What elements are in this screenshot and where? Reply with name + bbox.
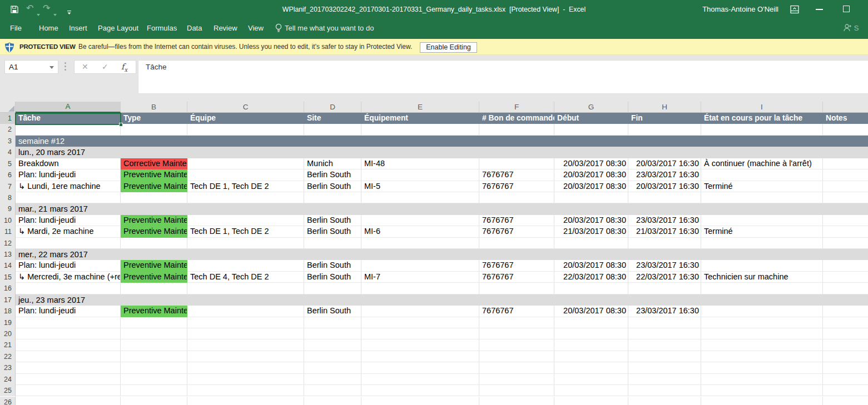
formula-bar-grip[interactable] <box>65 62 66 72</box>
cell-D8[interactable] <box>304 192 361 203</box>
cell-J16[interactable] <box>823 283 868 294</box>
cell-E11[interactable]: MI-6 <box>361 226 479 237</box>
cell-A25[interactable] <box>16 385 121 396</box>
cell-H22[interactable] <box>628 351 701 362</box>
row-header-22[interactable]: 22 <box>0 351 16 362</box>
cell-I23[interactable] <box>701 362 823 373</box>
cell-A14[interactable]: Plan: lundi-jeudi <box>16 260 121 271</box>
cell-I8[interactable] <box>701 192 823 203</box>
cell-C6[interactable] <box>187 169 304 181</box>
cell-I21[interactable] <box>701 339 823 351</box>
cell-E16[interactable] <box>361 283 479 294</box>
cell-F10[interactable]: 7676767 <box>479 215 554 226</box>
cell-H19[interactable] <box>628 317 701 328</box>
column-header-H[interactable]: H <box>628 102 701 113</box>
cell-C20[interactable] <box>187 328 304 339</box>
cell-F1[interactable]: # Bon de commande <box>479 113 554 124</box>
menu-tab-view[interactable]: View <box>248 19 264 38</box>
row-header-16[interactable]: 16 <box>0 283 16 294</box>
cell-G15[interactable]: 22/03/2017 08:30 <box>554 272 628 283</box>
row-header-20[interactable]: 20 <box>0 328 16 339</box>
cell-A26[interactable] <box>16 397 121 405</box>
row-header-4[interactable]: 4 <box>0 147 16 158</box>
menu-tab-insert[interactable]: Insert <box>69 19 87 38</box>
row-header-15[interactable]: 15 <box>0 272 16 283</box>
row-header-13[interactable]: 13 <box>0 249 16 260</box>
menu-tab-formulas[interactable]: Formulas <box>147 19 177 38</box>
menu-tab-page-layout[interactable]: Page Layout <box>98 19 138 38</box>
column-header-E[interactable]: E <box>361 102 479 113</box>
cell-B2[interactable] <box>121 124 187 135</box>
cell-D20[interactable] <box>304 328 361 339</box>
cell-D6[interactable]: Berlin South <box>304 169 361 181</box>
cell-E24[interactable] <box>361 374 479 385</box>
row-header-3[interactable]: 3 <box>0 136 16 147</box>
cell-A24[interactable] <box>16 374 121 385</box>
cell-E21[interactable] <box>361 339 479 351</box>
insert-function-icon[interactable]: fx <box>121 61 127 76</box>
row-header-12[interactable]: 12 <box>0 238 16 249</box>
cell-D12[interactable] <box>304 238 361 249</box>
cell-E1[interactable]: Équipement <box>361 113 479 124</box>
cell-F14[interactable]: 7676767 <box>479 260 554 271</box>
cell-I25[interactable] <box>701 385 823 396</box>
row-header-2[interactable]: 2 <box>0 124 16 135</box>
fill-handle[interactable] <box>119 123 123 127</box>
cell-H16[interactable] <box>628 283 701 294</box>
cell-H15[interactable]: 22/03/2017 16:30 <box>628 272 701 283</box>
cell-C7[interactable]: Tech DE 1, Tech DE 2 <box>187 181 304 192</box>
band-row-17-label[interactable]: jeu., 23 mars 2017 <box>16 294 868 306</box>
cell-H7[interactable]: 20/03/2017 16:30 <box>628 181 701 192</box>
cell-F6[interactable]: 7676767 <box>479 169 554 181</box>
tell-me-box[interactable]: Tell me what you want to do <box>285 19 374 38</box>
cell-D10[interactable]: Berlin South <box>304 215 361 226</box>
cell-J10[interactable] <box>823 215 868 226</box>
cell-F7[interactable]: 7676767 <box>479 181 554 192</box>
cell-J2[interactable] <box>823 124 868 135</box>
cell-H12[interactable] <box>628 238 701 249</box>
cell-J19[interactable] <box>823 317 868 328</box>
cell-E7[interactable]: MI-5 <box>361 181 479 192</box>
cell-A23[interactable] <box>16 362 121 373</box>
cell-C18[interactable] <box>187 306 304 317</box>
row-header-6[interactable]: 6 <box>0 169 16 181</box>
cell-A10[interactable]: Plan: lundi-jeudi <box>16 215 121 226</box>
cell-J25[interactable] <box>823 385 868 396</box>
cell-C26[interactable] <box>187 397 304 405</box>
name-box-dropdown-icon[interactable] <box>49 66 54 69</box>
row-header-24[interactable]: 24 <box>0 374 16 385</box>
cell-J12[interactable] <box>823 238 868 249</box>
cell-C22[interactable] <box>187 351 304 362</box>
cell-J22[interactable] <box>823 351 868 362</box>
cell-D1[interactable]: Site <box>304 113 361 124</box>
cell-G6[interactable]: 20/03/2017 08:30 <box>554 169 628 181</box>
cell-H5[interactable]: 20/03/2017 16:30 <box>628 158 701 169</box>
cell-B10[interactable]: Preventive Maintenance <box>121 215 187 226</box>
cell-G20[interactable] <box>554 328 628 339</box>
cell-G25[interactable] <box>554 385 628 396</box>
cell-A6[interactable]: Plan: lundi-jeudi <box>16 169 121 181</box>
cell-B12[interactable] <box>121 238 187 249</box>
cell-H21[interactable] <box>628 339 701 351</box>
cell-B16[interactable] <box>121 283 187 294</box>
band-row-9-label[interactable]: mar., 21 mars 2017 <box>16 203 868 214</box>
cell-I7[interactable]: Terminé <box>701 181 823 192</box>
cell-C11[interactable]: Tech DE 1, Tech DE 2 <box>187 226 304 237</box>
row-header-9[interactable]: 9 <box>0 203 16 214</box>
column-header-B[interactable]: B <box>121 102 187 113</box>
cell-B8[interactable] <box>121 192 187 203</box>
cell-J6[interactable] <box>823 169 868 181</box>
column-header-D[interactable]: D <box>304 102 361 113</box>
cell-G7[interactable]: 20/03/2017 08:30 <box>554 181 628 192</box>
cell-F11[interactable]: 7676767 <box>479 226 554 237</box>
cell-F23[interactable] <box>479 362 554 373</box>
cell-G2[interactable] <box>554 124 628 135</box>
cell-D16[interactable] <box>304 283 361 294</box>
cell-I26[interactable] <box>701 397 823 405</box>
cell-B11[interactable]: Preventive Maintenance <box>121 226 187 237</box>
cell-D23[interactable] <box>304 362 361 373</box>
cell-E20[interactable] <box>361 328 479 339</box>
cell-D22[interactable] <box>304 351 361 362</box>
cell-H18[interactable]: 23/03/2017 16:30 <box>628 306 701 317</box>
cell-G18[interactable]: 20/03/2017 08:30 <box>554 306 628 317</box>
